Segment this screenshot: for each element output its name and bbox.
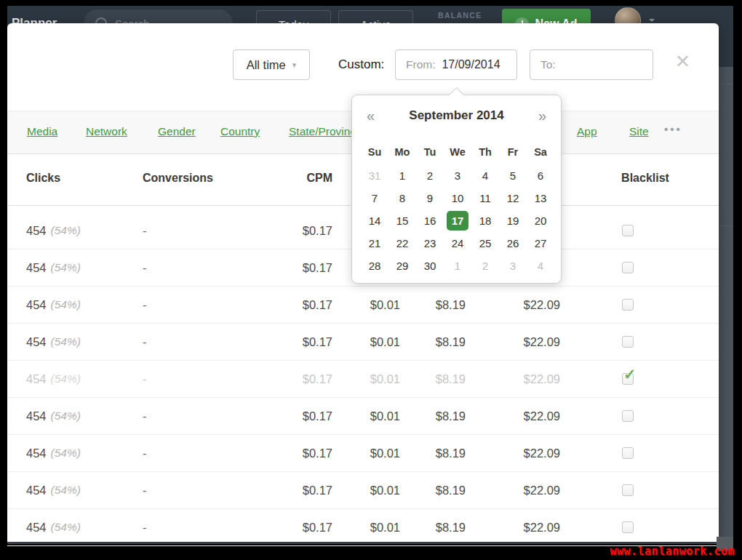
calendar-day[interactable]: 11: [471, 187, 499, 209]
blacklist-header: Blacklist: [613, 172, 678, 185]
to-prefix-label: To:: [540, 58, 556, 71]
clicks-percent: (54%): [51, 298, 81, 311]
cpm-header: CPM: [252, 172, 332, 185]
tab-gender[interactable]: Gender: [158, 125, 196, 138]
calendar-grid: 3112345678910111213141516171819202122232…: [361, 164, 554, 277]
calendar-day[interactable]: 29: [388, 255, 416, 277]
table-row: 454(54%)-$0.17$0.01$8.19$22.09: [7, 509, 719, 546]
calendar-day[interactable]: 23: [416, 232, 444, 255]
blacklist-checkbox-checked[interactable]: ✓: [622, 373, 634, 385]
calendar-day[interactable]: 3: [444, 164, 471, 187]
prev-month-icon[interactable]: «: [367, 108, 375, 123]
col5-cell: $8.19: [386, 398, 466, 434]
col5-cell: $8.19: [386, 361, 466, 397]
conversions-cell: -: [143, 249, 147, 286]
weekday-label: We: [444, 140, 471, 164]
blacklist-checkbox[interactable]: [622, 336, 634, 348]
calendar-month-title: September 2014: [409, 108, 503, 123]
calendar-day[interactable]: 4: [471, 164, 499, 187]
calendar-day[interactable]: 20: [527, 209, 554, 232]
calendar-day[interactable]: 18: [471, 209, 499, 232]
from-date-value: 17/09/2014: [442, 58, 500, 71]
date-range-dropdown[interactable]: All time ▾: [233, 49, 310, 80]
app-background: Planner Search Today Active BALANCE New …: [7, 6, 733, 544]
blacklist-checkbox[interactable]: [622, 225, 634, 236]
blacklist-checkbox[interactable]: [622, 521, 634, 533]
table-row: 454(54%)-$0.17$0.01$8.19$22.09✓: [7, 361, 719, 398]
clicks-cell: 454(54%): [26, 472, 81, 508]
col6-cell: $22.09: [480, 361, 560, 397]
calendar-day[interactable]: 21: [361, 232, 388, 255]
blacklist-checkbox[interactable]: [622, 484, 634, 496]
col6-cell: $22.09: [480, 472, 560, 508]
next-month-icon[interactable]: »: [538, 108, 546, 123]
conversions-cell: -: [143, 435, 147, 471]
more-tabs-button[interactable]: •••: [664, 123, 682, 135]
calendar-day[interactable]: 3: [499, 255, 527, 277]
clicks-header: Clicks: [26, 172, 60, 185]
calendar-day[interactable]: 1: [388, 164, 416, 187]
calendar-day[interactable]: 16: [416, 209, 444, 232]
calendar-day[interactable]: 5: [499, 164, 527, 187]
conversions-cell: -: [143, 472, 147, 508]
calendar-day[interactable]: 2: [471, 255, 499, 277]
calendar-day[interactable]: 13: [527, 187, 554, 209]
calendar-day[interactable]: 15: [388, 209, 416, 232]
col6-cell: $22.09: [480, 324, 560, 360]
checkmark-icon: ✓: [623, 367, 637, 382]
calendar-day[interactable]: 2: [416, 164, 444, 187]
weekday-label: Th: [471, 140, 499, 164]
calendar-day[interactable]: 19: [499, 209, 527, 232]
col6-cell: $22.09: [480, 287, 560, 323]
clicks-percent: (54%): [51, 261, 81, 274]
watermark-text: www.lanlanwork.com: [610, 545, 735, 558]
calendar-day[interactable]: 26: [499, 232, 527, 255]
to-date-input[interactable]: To:: [530, 49, 653, 80]
clicks-cell: 454(54%): [26, 398, 81, 434]
calendar-weekdays: SuMoTuWeThFrSa: [361, 140, 554, 164]
conversions-cell: -: [143, 361, 147, 397]
weekday-label: Su: [361, 140, 388, 164]
calendar-day[interactable]: 25: [471, 232, 499, 255]
tab-app[interactable]: App: [577, 125, 597, 138]
clicks-cell: 454(54%): [26, 509, 81, 545]
calendar-day[interactable]: 8: [388, 187, 416, 209]
calendar-day[interactable]: 28: [361, 255, 388, 277]
blacklist-checkbox[interactable]: [622, 299, 634, 311]
weekday-label: Mo: [388, 140, 416, 164]
date-range-label: All time: [247, 58, 286, 72]
blacklist-checkbox[interactable]: [622, 410, 634, 422]
calendar-day-selected[interactable]: 17: [447, 211, 468, 231]
calendar-day[interactable]: 22: [388, 232, 416, 255]
tab-site[interactable]: Site: [629, 125, 649, 138]
table-row: 454(54%)-$0.17$0.01$8.19$22.09: [7, 472, 719, 509]
clicks-percent: (54%): [51, 409, 81, 423]
tab-media[interactable]: Media: [27, 125, 57, 138]
calendar-day[interactable]: 7: [361, 187, 388, 209]
calendar-day[interactable]: 9: [416, 187, 444, 209]
date-filter-modal: All time ▾ Custom: From: 17/09/2014 To: …: [7, 23, 719, 542]
blacklist-checkbox[interactable]: [622, 447, 634, 459]
calendar-day[interactable]: 1: [444, 255, 471, 277]
blacklist-checkbox[interactable]: [622, 262, 634, 273]
calendar-header: « September 2014 »: [352, 108, 561, 123]
calendar-day[interactable]: 27: [527, 232, 554, 255]
tab-network[interactable]: Network: [86, 125, 127, 138]
table-row: 454(54%)-$0.17$0.01$8.19$22.09: [7, 435, 719, 472]
col5-cell: $8.19: [386, 324, 466, 360]
calendar-day[interactable]: 12: [499, 187, 527, 209]
calendar-day[interactable]: 14: [361, 209, 388, 232]
clicks-cell: 454(54%): [26, 287, 81, 323]
clicks-percent: (54%): [51, 484, 81, 497]
close-icon[interactable]: ✕: [675, 52, 690, 71]
calendar-day[interactable]: 24: [444, 232, 471, 255]
from-date-input[interactable]: From: 17/09/2014: [395, 49, 517, 80]
calendar-day[interactable]: 10: [444, 187, 471, 209]
weekday-label: Fr: [499, 140, 527, 164]
calendar-day[interactable]: 4: [527, 255, 554, 277]
balance-label: BALANCE: [438, 11, 482, 20]
tab-country[interactable]: Country: [220, 125, 260, 138]
calendar-day[interactable]: 31: [361, 164, 388, 187]
calendar-day[interactable]: 30: [416, 255, 444, 277]
calendar-day[interactable]: 6: [527, 164, 554, 187]
